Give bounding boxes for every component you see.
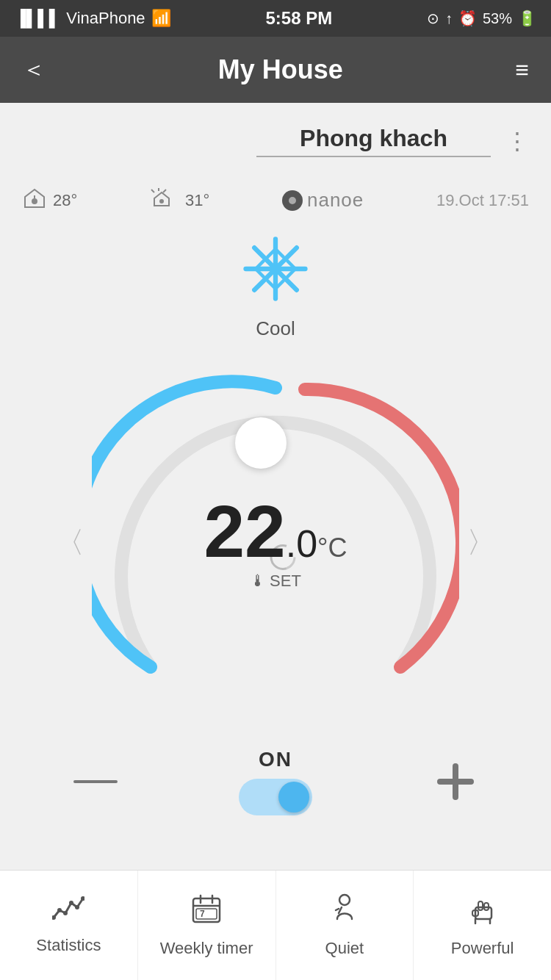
mode-section: Cool <box>22 236 529 351</box>
main-content: Phong khach ⋮ 28° <box>0 103 551 845</box>
increase-temp-button[interactable] <box>426 752 485 811</box>
svg-point-27 <box>75 905 79 909</box>
power-section: ON <box>239 748 312 815</box>
nanoe-display: nanoe <box>282 189 364 212</box>
svg-rect-39 <box>478 901 483 910</box>
nav-item-powerful[interactable]: Powerful <box>414 871 551 980</box>
status-right: ⊙ ↑ ⏰ 53% 🔋 <box>427 10 536 27</box>
controls-row: ON <box>22 733 529 830</box>
back-button[interactable]: ＜ <box>22 54 46 86</box>
datetime-display: 19.Oct 17:51 <box>436 191 529 210</box>
dial-wrapper: 〈 〉 <box>92 359 459 726</box>
indoor-temp-value: 28° <box>53 191 77 210</box>
quiet-icon <box>328 893 361 932</box>
sensor-row: 28° 31° nanoe 19.Oct 17:51 <box>22 179 529 221</box>
svg-rect-20 <box>73 780 118 783</box>
indoor-temp-display: 28° <box>22 187 77 214</box>
nav-item-weekly-timer[interactable]: 7 Weekly timer <box>138 871 276 980</box>
decrease-temp-button[interactable] <box>66 752 125 811</box>
power-status: ON <box>259 748 292 771</box>
page-title: My House <box>218 54 343 85</box>
svg-point-26 <box>69 901 73 905</box>
nav-item-quiet[interactable]: Quiet <box>276 871 414 980</box>
outdoor-temp-icon <box>150 187 179 214</box>
home-temp-icon <box>22 187 47 214</box>
set-label: 🌡 SET <box>204 572 347 591</box>
status-time: 5:58 PM <box>265 8 332 29</box>
prev-device-button[interactable]: 〈 <box>55 522 84 563</box>
toggle-knob <box>278 782 309 813</box>
powerful-icon <box>467 893 499 932</box>
carrier-name: VinaPhone <box>66 9 145 28</box>
bottom-navigation: Statistics 7 Weekly timer Quiet <box>0 870 551 980</box>
weekly-timer-icon: 7 <box>190 893 223 932</box>
next-device-button[interactable]: 〉 <box>467 522 496 563</box>
outdoor-temp-display: 31° <box>150 187 209 214</box>
arrow-icon: ↑ <box>445 10 453 27</box>
svg-point-5 <box>159 199 164 203</box>
room-selector: Phong khach ⋮ <box>22 118 529 165</box>
mode-label: Cool <box>256 317 295 340</box>
location-icon: ⊙ <box>427 10 439 27</box>
svg-line-37 <box>336 909 339 910</box>
svg-text:7: 7 <box>200 909 205 919</box>
svg-line-4 <box>163 190 166 192</box>
snowflake-icon <box>242 236 309 317</box>
dial-knob[interactable] <box>235 417 287 469</box>
temp-unit: °C <box>317 533 347 563</box>
nav-item-statistics[interactable]: Statistics <box>0 871 138 980</box>
battery-icon: 🔋 <box>518 10 536 27</box>
quiet-label: Quiet <box>325 939 364 958</box>
svg-line-2 <box>151 190 154 192</box>
statistics-label: Statistics <box>36 936 101 955</box>
powerful-label: Powerful <box>451 939 514 958</box>
alarm-icon: ⏰ <box>458 10 477 27</box>
battery-level: 53% <box>483 10 512 27</box>
header: ＜ My House ≡ <box>0 37 551 103</box>
weekly-timer-label: Weekly timer <box>160 939 253 958</box>
menu-button[interactable]: ≡ <box>515 57 529 84</box>
statistics-icon <box>52 896 84 929</box>
svg-point-0 <box>32 198 37 204</box>
nanoe-label: nanoe <box>307 189 364 212</box>
status-left: ▐▌▌▌ VinaPhone 📶 <box>15 9 171 28</box>
temperature-display: 22 .0 °C 🌡 SET <box>204 494 347 591</box>
signal-icon: ▐▌▌▌ <box>15 9 60 28</box>
temperature-dial[interactable]: 22 .0 °C 🌡 SET <box>92 359 459 726</box>
svg-rect-22 <box>437 779 474 785</box>
room-options-button[interactable]: ⋮ <box>491 127 529 155</box>
temp-integer: 22 <box>204 494 285 568</box>
temp-decimal: .0 <box>286 522 317 566</box>
svg-point-35 <box>339 895 350 905</box>
svg-point-24 <box>57 908 62 912</box>
status-bar: ▐▌▌▌ VinaPhone 📶 5:58 PM ⊙ ↑ ⏰ 53% 🔋 <box>0 0 551 37</box>
svg-point-25 <box>63 911 68 915</box>
thermometer-icon: 🌡 <box>250 572 266 591</box>
power-toggle[interactable] <box>239 779 312 815</box>
wifi-icon: 📶 <box>151 9 171 28</box>
room-name[interactable]: Phong khach <box>256 125 491 157</box>
outdoor-temp-value: 31° <box>185 191 209 210</box>
